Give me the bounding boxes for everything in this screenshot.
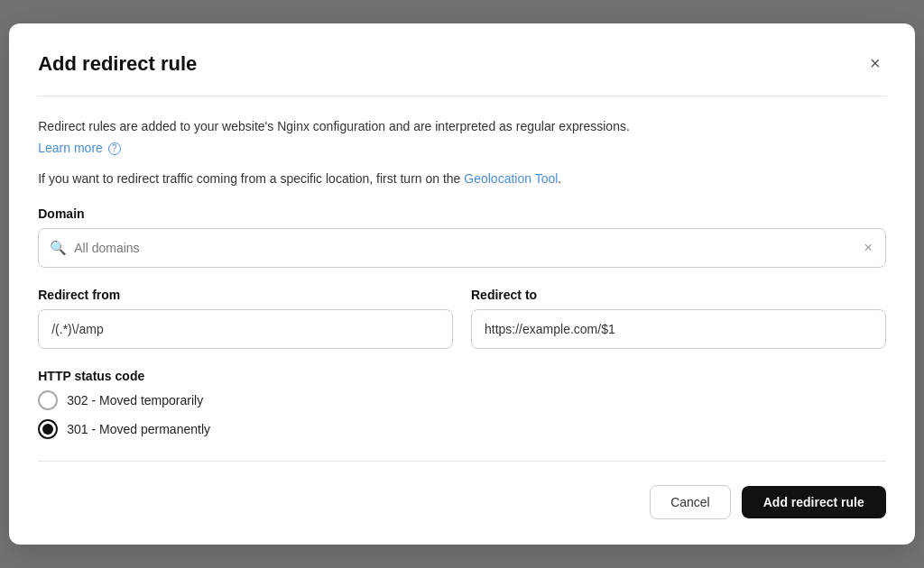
domain-input[interactable] — [74, 241, 862, 255]
cancel-button[interactable]: Cancel — [650, 485, 731, 519]
learn-more-link[interactable]: Learn more ? — [38, 141, 120, 155]
modal-title: Add redirect rule — [38, 52, 197, 76]
header-divider — [38, 96, 886, 96]
redirect-to-input[interactable] — [471, 309, 886, 349]
radio-301-label: 301 - Moved permanently — [67, 422, 210, 436]
radio-302-label: 302 - Moved temporarily — [67, 393, 203, 408]
modal-footer: Cancel Add redirect rule — [38, 481, 886, 519]
add-redirect-modal: Add redirect rule × Redirect rules are a… — [9, 23, 915, 545]
radio-option-302[interactable]: 302 - Moved temporarily — [38, 390, 886, 410]
footer-divider — [38, 461, 886, 462]
add-redirect-rule-button[interactable]: Add redirect rule — [742, 486, 886, 518]
radio-301[interactable] — [38, 419, 58, 439]
geolocation-description: If you want to redirect traffic coming f… — [38, 169, 886, 188]
modal-overlay: Add redirect rule × Redirect rules are a… — [0, 0, 924, 568]
radio-302[interactable] — [38, 390, 58, 410]
redirect-from-input[interactable] — [38, 309, 453, 349]
http-status-group: HTTP status code 302 - Moved temporarily… — [38, 369, 886, 439]
redirect-fields: Redirect from Redirect to — [38, 288, 886, 349]
modal-header: Add redirect rule × — [38, 52, 886, 76]
redirect-from-label: Redirect from — [38, 288, 453, 302]
geolocation-tool-link[interactable]: Geolocation Tool — [464, 171, 558, 186]
redirect-to-field: Redirect to — [471, 288, 886, 349]
close-button[interactable]: × — [864, 52, 886, 74]
radio-option-301[interactable]: 301 - Moved permanently — [38, 419, 886, 439]
description-nginx: Redirect rules are added to your website… — [38, 116, 886, 136]
clear-domain-icon[interactable]: × — [862, 238, 873, 258]
search-icon: 🔍 — [50, 240, 67, 256]
redirect-from-field: Redirect from — [38, 288, 453, 349]
redirect-to-label: Redirect to — [471, 288, 886, 302]
question-icon: ? — [108, 142, 121, 155]
domain-label: Domain — [38, 206, 886, 221]
domain-input-wrapper: 🔍 × — [38, 228, 886, 268]
http-status-label: HTTP status code — [38, 369, 886, 383]
